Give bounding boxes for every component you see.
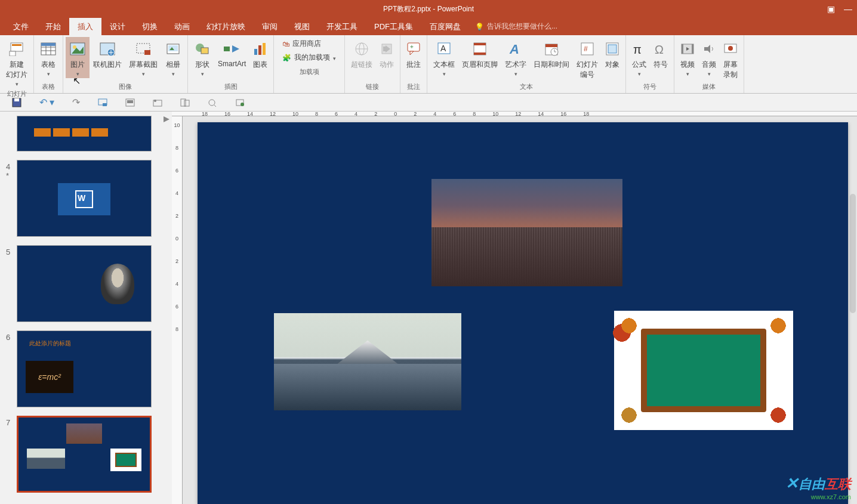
slide-thumb-5[interactable] (17, 245, 152, 322)
slide-canvas[interactable] (198, 122, 848, 504)
chevron-down-icon: ▾ (686, 71, 689, 77)
slide-thumb-3[interactable] (17, 116, 152, 151)
qat-icon-3[interactable] (153, 98, 162, 107)
ribbon: 新建 幻灯片 ▾ 幻灯片 表格 ▾ 表格 图片 ▾ 联机图片 (0, 35, 857, 94)
menu-pdf[interactable]: PDF工具集 (366, 18, 421, 36)
svg-rect-59 (14, 98, 19, 101)
symbol-button[interactable]: Ω 符号 (650, 37, 671, 71)
qat-icon-5[interactable] (208, 98, 217, 107)
svg-marker-32 (410, 51, 414, 55)
screen-record-button[interactable]: 屏幕 录制 (720, 37, 741, 81)
chevron-down-icon: ▾ (76, 71, 79, 77)
slide-thumb-4[interactable] (17, 160, 152, 237)
inserted-image-city[interactable] (431, 179, 622, 286)
menu-view[interactable]: 视图 (286, 18, 318, 36)
chevron-down-icon: ▾ (443, 71, 446, 77)
store-icon: 🛍 (282, 40, 289, 48)
new-slide-button[interactable]: 新建 幻灯片 ▾ (2, 37, 31, 88)
scrollbar-thumb[interactable] (850, 194, 856, 313)
canvas-viewport[interactable] (183, 116, 857, 504)
svg-marker-22 (232, 45, 239, 52)
document-title: PPT教程2.pptx - PowerPoint (383, 4, 474, 14)
svg-rect-37 (474, 43, 486, 45)
slide-thumb-7[interactable] (17, 416, 152, 493)
slide-number-button[interactable]: # 幻灯片 编号 (573, 37, 602, 81)
svg-point-65 (154, 100, 156, 102)
chevron-down-icon: ▾ (638, 71, 641, 77)
slide-thumb-6[interactable]: 此处添片的标题 ε=mc² (17, 330, 152, 407)
watermark: ✕自由互联 www.xz7.com (785, 474, 851, 500)
outline-strip (161, 112, 172, 504)
lightbulb-icon: 💡 (475, 23, 484, 31)
audio-button[interactable]: 音频 ▾ (698, 37, 720, 78)
online-picture-button[interactable]: 联机图片 (90, 37, 125, 71)
menu-review[interactable]: 审阅 (254, 18, 286, 36)
restore-icon[interactable]: ▣ (827, 4, 835, 14)
menu-slideshow[interactable]: 幻灯片放映 (198, 18, 254, 36)
inserted-image-chalkboard[interactable] (614, 311, 793, 430)
chevron-down-icon: ▾ (16, 81, 19, 87)
ruler-horizontal: 18161412108642024681012141618 (172, 112, 857, 116)
svg-text:#: # (584, 45, 588, 53)
addin-icon: 🧩 (282, 54, 291, 62)
object-button[interactable]: 对象 (602, 37, 623, 71)
inserted-image-mountain[interactable] (274, 313, 461, 410)
header-footer-button[interactable]: 页眉和页脚 (458, 37, 501, 71)
shape-button[interactable]: 形状 ▾ (190, 37, 214, 78)
menu-insert[interactable]: 插入 (69, 18, 101, 36)
menu-file[interactable]: 文件 (5, 18, 37, 36)
chart-button[interactable]: 图表 (249, 37, 271, 71)
menu-developer[interactable]: 开发工具 (318, 18, 366, 36)
menu-transitions[interactable]: 切换 (134, 18, 166, 36)
equation-button[interactable]: π 公式 ▾ (628, 37, 650, 78)
screenshot-button[interactable]: 屏幕截图 ▾ (125, 37, 161, 78)
wordart-button[interactable]: A 艺术字 ▾ (501, 37, 530, 78)
svg-rect-53 (692, 44, 693, 54)
app-store-button[interactable]: 🛍应用商店 (281, 38, 337, 50)
svg-rect-63 (127, 100, 133, 103)
svg-rect-38 (474, 52, 486, 55)
svg-text:+: + (410, 44, 414, 50)
svg-rect-41 (545, 44, 557, 47)
my-addins-button[interactable]: 🧩我的加载项▾ (281, 51, 337, 64)
smartart-button[interactable]: SmartArt (214, 37, 249, 69)
minimize-icon[interactable]: — (844, 4, 852, 14)
svg-rect-20 (201, 48, 208, 54)
slide-panel[interactable]: 4* 5 6 此处添片的标题 ε=mc² 7 (0, 112, 161, 504)
album-button[interactable]: 相册 ▾ (161, 37, 185, 78)
svg-rect-25 (263, 43, 266, 55)
svg-rect-48 (608, 45, 616, 53)
qat-icon-4[interactable] (180, 98, 190, 107)
qat-icon-6[interactable] (235, 98, 245, 107)
chevron-down-icon: ▾ (47, 71, 50, 77)
textbox-button[interactable]: A 文本框 ▾ (430, 37, 458, 78)
picture-button[interactable]: 图片 ▾ (66, 37, 90, 78)
tell-me-search[interactable]: 💡告诉我您想要做什么... (475, 21, 557, 32)
collapse-icon[interactable] (164, 116, 169, 122)
action-button[interactable]: 动作 (376, 37, 397, 71)
table-button[interactable]: 表格 ▾ (36, 37, 60, 78)
menu-design[interactable]: 设计 (101, 18, 134, 36)
menu-bar: 文件 开始 插入 设计 切换 动画 幻灯片放映 审阅 视图 开发工具 PDF工具… (0, 18, 857, 35)
svg-rect-8 (41, 43, 56, 46)
quick-access-toolbar: ↶ ▾ ↷ (0, 94, 857, 112)
svg-rect-31 (408, 43, 420, 51)
svg-rect-52 (682, 44, 683, 54)
undo-icon[interactable]: ↶ ▾ (39, 97, 54, 108)
title-bar: PPT教程2.pptx - PowerPoint ▣ — (0, 0, 857, 18)
hyperlink-button[interactable]: 超链接 (347, 37, 376, 71)
qat-icon-1[interactable] (98, 98, 107, 107)
menu-home[interactable]: 开始 (37, 18, 69, 36)
comment-button[interactable]: + 批注 (403, 37, 424, 71)
menu-animations[interactable]: 动画 (166, 18, 198, 36)
svg-rect-67 (184, 100, 189, 106)
qat-icon-2[interactable] (125, 98, 135, 107)
redo-icon[interactable]: ↷ (72, 97, 80, 108)
video-button[interactable]: 视频 ▾ (677, 37, 698, 78)
save-icon[interactable] (12, 98, 21, 107)
datetime-button[interactable]: 日期和时间 (530, 37, 573, 71)
menu-baidu[interactable]: 百度网盘 (421, 18, 469, 36)
svg-rect-61 (103, 103, 107, 106)
svg-point-71 (241, 103, 244, 106)
chevron-down-icon: ▾ (172, 71, 175, 77)
